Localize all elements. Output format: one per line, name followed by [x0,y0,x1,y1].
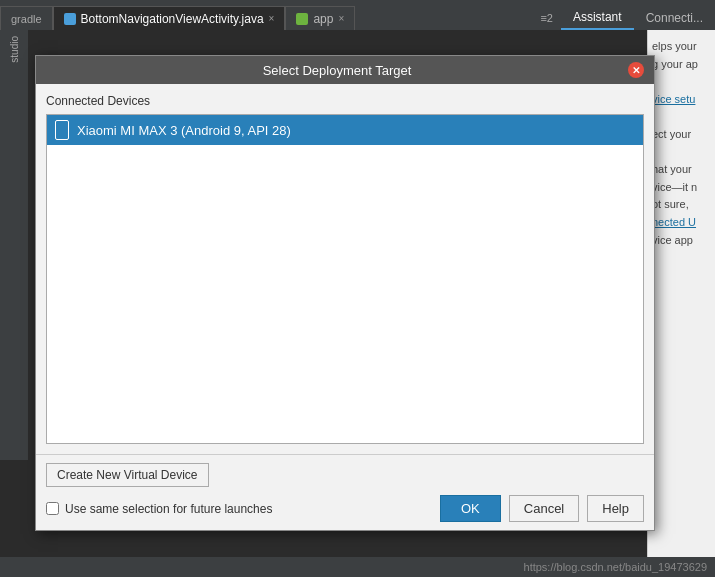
dialog-buttons: OK Cancel Help [440,495,644,522]
java-file-icon [64,13,76,25]
status-bar: https://blog.csdn.net/baidu_19473629 [0,557,715,577]
ok-button[interactable]: OK [440,495,501,522]
dropdown-indicator: ≡2 [532,12,561,24]
tab-java-file[interactable]: BottomNavigationViewActivity.java × [53,6,286,30]
status-url: https://blog.csdn.net/baidu_19473629 [524,561,707,573]
tab-connecti[interactable]: Connecti... [634,6,715,30]
tab-gradle[interactable]: gradle [0,6,53,30]
dialog-title: Select Deployment Target [46,63,628,78]
dialog-titlebar: Select Deployment Target ✕ [36,56,654,84]
device-name-label: Xiaomi MI MAX 3 (Android 9, API 28) [77,123,291,138]
device-phone-icon [55,120,69,140]
right-panel-line9: ot sure, [652,198,689,210]
checkbox-row: Use same selection for future launches [46,502,272,516]
right-panel-line7: hat your [652,163,692,175]
tab-app-close-icon[interactable]: × [338,13,344,24]
right-panel-line5: ect your [652,128,691,140]
dialog-body: Connected Devices Xiaomi MI MAX 3 (Andro… [36,84,654,454]
tab-app[interactable]: app × [285,6,355,30]
tab-java-close-icon[interactable]: × [269,13,275,24]
right-tab-group: ≡2 Assistant Connecti... [532,6,715,30]
cancel-button[interactable]: Cancel [509,495,579,522]
gradle-tab-label: gradle [11,13,42,25]
same-selection-checkbox[interactable] [46,502,59,515]
tab-assistant[interactable]: Assistant [561,6,634,30]
right-panel-line11: vice app [652,234,693,246]
right-panel-content: elps your g your ap vice setu ect your h… [652,38,711,249]
device-setup-link[interactable]: vice setu [652,93,695,105]
app-icon [296,13,308,25]
select-deployment-dialog: Select Deployment Target ✕ Connected Dev… [35,55,655,531]
footer-bottom: Use same selection for future launches O… [46,495,644,522]
studio-label: studio [9,36,20,63]
help-button[interactable]: Help [587,495,644,522]
connected-usb-link[interactable]: nected U [652,216,696,228]
right-panel-line1: elps your [652,40,697,52]
dialog-footer: Create New Virtual Device Use same selec… [36,454,654,530]
create-virtual-device-button[interactable]: Create New Virtual Device [46,463,209,487]
ide-left-sidebar: studio [0,30,28,460]
right-panel: elps your g your ap vice setu ect your h… [647,30,715,570]
connected-devices-label: Connected Devices [46,94,644,108]
footer-top: Create New Virtual Device [46,463,644,487]
right-panel-line8: vice—it n [652,181,697,193]
tab-bar: gradle BottomNavigationViewActivity.java… [0,0,715,30]
tab-app-label: app [313,12,333,26]
right-panel-line2: g your ap [652,58,698,70]
device-list: Xiaomi MI MAX 3 (Android 9, API 28) [46,114,644,444]
checkbox-label: Use same selection for future launches [65,502,272,516]
close-button[interactable]: ✕ [628,62,644,78]
tab-java-label: BottomNavigationViewActivity.java [81,12,264,26]
device-item-xiaomi[interactable]: Xiaomi MI MAX 3 (Android 9, API 28) [47,115,643,145]
